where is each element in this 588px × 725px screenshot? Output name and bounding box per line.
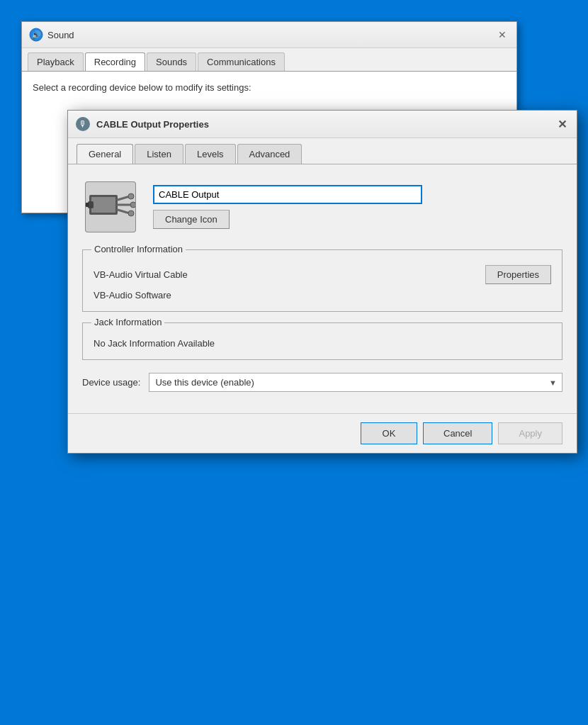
device-usage-label: Device usage: bbox=[82, 377, 140, 388]
sound-tabs: Playback Recording Sounds Communications bbox=[22, 48, 516, 71]
cancel-button[interactable]: Cancel bbox=[423, 422, 492, 444]
jack-info-row: No Jack Information Available bbox=[94, 338, 551, 349]
svg-rect-14 bbox=[86, 203, 89, 207]
device-usage-select[interactable]: Use this device (enable) Don't use this … bbox=[149, 373, 562, 392]
tab-listen[interactable]: Listen bbox=[135, 144, 183, 164]
jack-info-content: No Jack Information Available bbox=[83, 327, 562, 359]
device-usage-row: Device usage: Use this device (enable) D… bbox=[82, 373, 562, 392]
properties-titlebar: 🎙 CABLE Output Properties ✕ bbox=[68, 111, 577, 138]
properties-app-icon: 🎙 bbox=[75, 116, 91, 132]
svg-rect-13 bbox=[88, 201, 94, 208]
sound-content-description: Select a recording device below to modif… bbox=[33, 82, 506, 93]
svg-point-10 bbox=[128, 193, 134, 199]
properties-dialog-title: CABLE Output Properties bbox=[96, 119, 209, 130]
dialog-buttons: OK Cancel Apply bbox=[68, 413, 577, 453]
tab-playback[interactable]: Playback bbox=[28, 52, 84, 71]
sound-app-icon: 🔊 bbox=[29, 28, 43, 42]
controller-info-line1: VB-Audio Virtual Cable bbox=[94, 269, 188, 280]
tab-sounds[interactable]: Sounds bbox=[147, 52, 196, 71]
device-icon-area bbox=[82, 179, 139, 235]
controller-info-legend: Controller Information bbox=[91, 244, 186, 254]
svg-text:🔊: 🔊 bbox=[31, 30, 41, 40]
tab-advanced[interactable]: Advanced bbox=[237, 144, 303, 164]
device-usage-select-wrapper: Use this device (enable) Don't use this … bbox=[149, 373, 562, 392]
sound-close-button[interactable]: ✕ bbox=[495, 28, 509, 42]
tab-general[interactable]: General bbox=[77, 144, 133, 164]
svg-rect-6 bbox=[91, 197, 115, 213]
jack-info-legend: Jack Information bbox=[91, 317, 164, 327]
properties-tabs: General Listen Levels Advanced bbox=[68, 138, 577, 164]
controller-properties-button[interactable]: Properties bbox=[485, 265, 551, 284]
controller-info-line2: VB-Audio Software bbox=[94, 290, 171, 300]
controller-info-row1: VB-Audio Virtual Cable Properties bbox=[94, 265, 551, 284]
properties-dialog: 🎙 CABLE Output Properties ✕ General List… bbox=[67, 110, 577, 454]
svg-point-12 bbox=[128, 210, 134, 216]
sound-titlebar: 🔊 Sound ✕ bbox=[22, 22, 516, 48]
properties-content: Change Icon Controller Information VB-Au… bbox=[68, 164, 577, 413]
tab-communications[interactable]: Communications bbox=[198, 52, 285, 71]
controller-info-box: Controller Information VB-Audio Virtual … bbox=[82, 249, 562, 312]
svg-text:🎙: 🎙 bbox=[79, 119, 87, 129]
tab-recording[interactable]: Recording bbox=[85, 52, 145, 71]
device-header: Change Icon bbox=[82, 179, 562, 235]
change-icon-button[interactable]: Change Icon bbox=[153, 210, 230, 229]
controller-info-content: VB-Audio Virtual Cable Properties VB-Aud… bbox=[83, 254, 562, 311]
sound-titlebar-left: 🔊 Sound bbox=[29, 28, 74, 42]
device-icon bbox=[85, 181, 136, 232]
tab-levels[interactable]: Levels bbox=[185, 144, 236, 164]
jack-info-box: Jack Information No Jack Information Ava… bbox=[82, 322, 562, 360]
svg-point-11 bbox=[130, 202, 135, 208]
properties-close-button[interactable]: ✕ bbox=[554, 116, 570, 132]
sound-window-title: Sound bbox=[47, 30, 74, 40]
jack-info-text: No Jack Information Available bbox=[94, 338, 215, 349]
device-name-input[interactable] bbox=[153, 185, 422, 204]
controller-info-row2: VB-Audio Software bbox=[94, 290, 551, 300]
device-icon-svg bbox=[86, 182, 135, 232]
apply-button[interactable]: Apply bbox=[498, 422, 562, 444]
props-titlebar-left: 🎙 CABLE Output Properties bbox=[75, 116, 209, 132]
ok-button[interactable]: OK bbox=[361, 422, 417, 444]
device-name-area: Change Icon bbox=[153, 185, 422, 229]
